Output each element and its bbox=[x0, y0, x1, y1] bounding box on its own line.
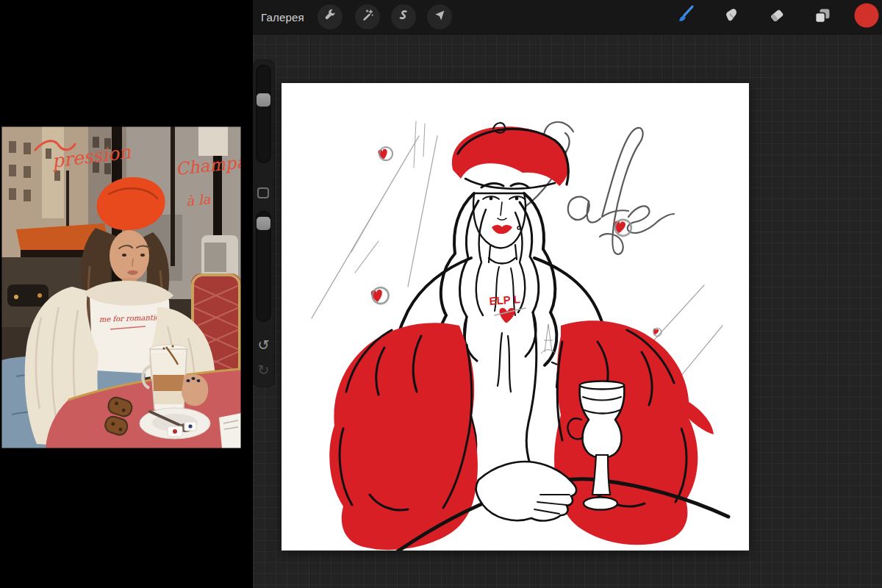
illustration: Cafe bbox=[282, 83, 749, 551]
menu-card bbox=[219, 413, 241, 448]
brush-opacity-slider[interactable] bbox=[256, 211, 271, 322]
paint-tool-button[interactable] bbox=[672, 4, 698, 30]
transform-button[interactable] bbox=[427, 4, 452, 29]
layers-button[interactable] bbox=[809, 4, 836, 30]
heart-charms bbox=[370, 146, 662, 337]
drawing-canvas[interactable]: Cafe bbox=[282, 83, 749, 551]
smudge-tool-button[interactable] bbox=[717, 4, 744, 30]
brush-size-handle[interactable] bbox=[257, 93, 270, 107]
modify-button[interactable] bbox=[257, 187, 269, 198]
redo-button[interactable]: ↻ bbox=[253, 360, 274, 379]
saucer-and-spoon bbox=[140, 408, 210, 439]
procreate-workspace: Галерея bbox=[0, 0, 882, 588]
magic-wand-icon bbox=[361, 9, 374, 25]
selection-s-icon bbox=[397, 9, 410, 25]
brush-opacity-handle[interactable] bbox=[257, 217, 270, 230]
gallery-button[interactable]: Галерея bbox=[261, 0, 304, 34]
shirt-text: ELP L bbox=[489, 293, 520, 307]
smudge-finger-icon bbox=[721, 6, 740, 28]
transform-arrow-icon bbox=[433, 9, 446, 25]
actions-button[interactable] bbox=[318, 4, 343, 29]
erase-tool-button[interactable] bbox=[764, 4, 790, 30]
brush-icon bbox=[674, 4, 696, 29]
eraser-icon bbox=[767, 6, 786, 28]
undo-button[interactable]: ↺ bbox=[253, 335, 274, 354]
adjustments-button[interactable] bbox=[355, 4, 380, 29]
color-swatch-button[interactable] bbox=[853, 4, 880, 30]
svg-text:à la: à la bbox=[186, 191, 212, 209]
reference-panel: pression Champa à la bbox=[0, 0, 253, 588]
brush-size-slider[interactable] bbox=[256, 65, 271, 163]
reference-photo[interactable]: pression Champa à la bbox=[1, 126, 241, 448]
selection-button[interactable] bbox=[391, 4, 416, 29]
layers-icon bbox=[813, 6, 832, 28]
color-swatch-circle bbox=[853, 2, 880, 32]
wrench-icon bbox=[323, 9, 337, 25]
brush-sidebar: ↺ ↻ bbox=[253, 60, 274, 387]
